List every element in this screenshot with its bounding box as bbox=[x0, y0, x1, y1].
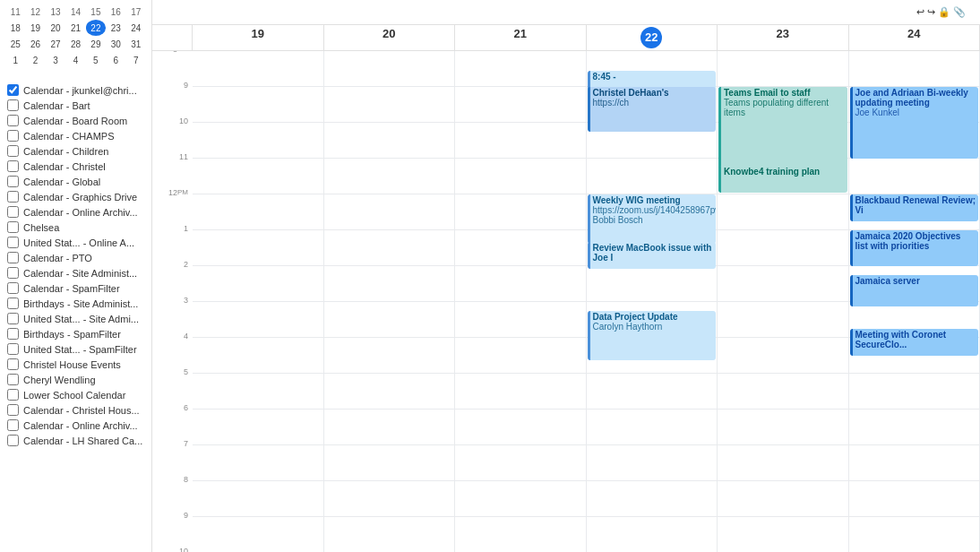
hour-cell[interactable] bbox=[193, 87, 323, 123]
calendar-event[interactable]: Meeting with Coronet SecureClo... bbox=[850, 329, 979, 356]
calendar-checkbox[interactable] bbox=[7, 160, 19, 172]
hour-cell[interactable] bbox=[587, 517, 718, 552]
calendar-item[interactable]: Cheryl Wendling bbox=[0, 372, 151, 387]
hour-cell[interactable] bbox=[718, 338, 848, 374]
calendar-event[interactable]: Review MacBook issue with Joe I bbox=[588, 242, 717, 269]
hour-cell[interactable] bbox=[718, 481, 848, 517]
hour-cell[interactable] bbox=[587, 410, 718, 445]
calendar-item[interactable]: Calendar - Christel Hous... bbox=[0, 402, 151, 418]
calendar-event[interactable]: Data Project UpdateCarolyn Haythorn bbox=[588, 311, 717, 360]
hour-cell[interactable] bbox=[324, 302, 455, 338]
hour-cell[interactable] bbox=[193, 230, 323, 266]
calendar-item[interactable]: Christel House Events bbox=[0, 357, 151, 372]
time-grid-scroll[interactable]: 8AM9101112PM12345678910 8:45 -Christel D… bbox=[152, 51, 980, 552]
calendar-event[interactable]: Christel DeHaan'shttps://ch bbox=[588, 87, 717, 132]
forward-icon[interactable]: ↪ bbox=[927, 6, 935, 18]
hour-cell[interactable] bbox=[324, 481, 455, 517]
calendar-checkbox[interactable] bbox=[7, 115, 19, 126]
hour-cell[interactable] bbox=[193, 51, 323, 87]
mini-cal-day[interactable]: 3 bbox=[46, 52, 65, 68]
calendar-checkbox[interactable] bbox=[7, 343, 19, 355]
calendar-event[interactable]: Joe and Adriaan Bi-weekly updating meeti… bbox=[850, 87, 979, 159]
hour-cell[interactable] bbox=[849, 159, 980, 194]
calendar-event[interactable]: Blackbaud Renewal Review; Vi bbox=[850, 194, 979, 221]
hour-cell[interactable] bbox=[324, 123, 455, 159]
hour-cell[interactable] bbox=[455, 517, 586, 552]
hour-cell[interactable] bbox=[455, 481, 586, 517]
hour-cell[interactable] bbox=[587, 159, 718, 194]
mini-cal-day[interactable]: 4 bbox=[65, 52, 85, 68]
calendar-item[interactable]: Calendar - Online Archiv... bbox=[0, 418, 151, 433]
calendar-checkbox[interactable] bbox=[7, 145, 19, 157]
hour-cell[interactable] bbox=[455, 230, 586, 266]
mini-cal-day[interactable]: 27 bbox=[46, 36, 65, 52]
mini-cal-day[interactable]: 2 bbox=[25, 52, 45, 68]
day-header-cell[interactable]: 21 bbox=[455, 25, 587, 50]
calendar-checkbox[interactable] bbox=[7, 252, 19, 263]
calendar-item[interactable]: Calendar - LH Shared Ca... bbox=[0, 433, 151, 448]
calendar-item[interactable]: Calendar - SpamFilter bbox=[0, 280, 151, 296]
calendar-checkbox[interactable] bbox=[7, 206, 19, 218]
calendar-checkbox[interactable] bbox=[7, 99, 19, 111]
hour-cell[interactable] bbox=[718, 410, 848, 445]
hour-cell[interactable] bbox=[324, 266, 455, 302]
hour-cell[interactable] bbox=[324, 230, 455, 266]
hour-cell[interactable] bbox=[455, 302, 586, 338]
hour-cell[interactable] bbox=[193, 302, 323, 338]
hour-cell[interactable] bbox=[324, 51, 455, 87]
hour-cell[interactable] bbox=[193, 445, 323, 481]
hour-cell[interactable] bbox=[455, 123, 586, 159]
calendar-event[interactable]: Jamaica 2020 Objectives list with priori… bbox=[850, 230, 979, 266]
calendar-event[interactable]: Jamaica server bbox=[850, 275, 979, 306]
hour-cell[interactable] bbox=[193, 338, 323, 374]
hour-cell[interactable] bbox=[718, 374, 848, 410]
hour-cell[interactable] bbox=[193, 123, 323, 159]
hour-cell[interactable] bbox=[718, 517, 848, 552]
hour-cell[interactable] bbox=[193, 159, 323, 194]
mini-cal-day[interactable]: 1 bbox=[5, 52, 25, 68]
hour-cell[interactable] bbox=[193, 410, 323, 445]
hour-cell[interactable] bbox=[849, 374, 980, 410]
mini-cal-day[interactable]: 25 bbox=[5, 36, 25, 52]
hour-cell[interactable] bbox=[193, 517, 323, 552]
hour-cell[interactable] bbox=[718, 51, 848, 87]
calendar-item[interactable]: Calendar - PTO bbox=[0, 250, 151, 265]
calendar-item[interactable]: Lower School Calendar bbox=[0, 387, 151, 402]
hour-cell[interactable] bbox=[455, 87, 586, 123]
hour-cell[interactable] bbox=[324, 87, 455, 123]
calendar-item[interactable]: Calendar - Christel bbox=[0, 159, 151, 174]
calendar-checkbox[interactable] bbox=[7, 404, 19, 416]
hour-cell[interactable] bbox=[849, 51, 980, 87]
mini-cal-day[interactable]: 21 bbox=[65, 20, 85, 36]
hour-cell[interactable] bbox=[193, 266, 323, 302]
mini-cal-day[interactable]: 7 bbox=[126, 52, 146, 68]
hour-cell[interactable] bbox=[324, 159, 455, 194]
hour-cell[interactable] bbox=[455, 445, 586, 481]
hour-cell[interactable] bbox=[849, 481, 980, 517]
mini-cal-day[interactable]: 18 bbox=[5, 20, 25, 36]
mini-cal-day[interactable]: 31 bbox=[126, 36, 146, 52]
hour-cell[interactable] bbox=[849, 410, 980, 445]
hour-cell[interactable] bbox=[718, 266, 848, 302]
calendar-checkbox[interactable] bbox=[7, 389, 19, 401]
mini-cal-day[interactable]: 24 bbox=[126, 20, 146, 36]
calendar-checkbox[interactable] bbox=[7, 313, 19, 324]
hour-cell[interactable] bbox=[718, 302, 848, 338]
hour-cell[interactable] bbox=[324, 445, 455, 481]
hour-cell[interactable] bbox=[849, 445, 980, 481]
hour-cell[interactable] bbox=[587, 266, 718, 302]
hour-cell[interactable] bbox=[324, 410, 455, 445]
hour-cell[interactable] bbox=[324, 194, 455, 230]
calendar-event[interactable]: Teams Email to staffTeams populating dif… bbox=[718, 87, 847, 172]
hour-cell[interactable] bbox=[455, 374, 586, 410]
hour-cell[interactable] bbox=[324, 517, 455, 552]
hour-cell[interactable] bbox=[587, 481, 718, 517]
mini-cal-day[interactable]: 6 bbox=[106, 52, 125, 68]
day-header-cell[interactable]: 19 bbox=[193, 25, 324, 50]
calendar-item[interactable]: Chelsea bbox=[0, 220, 151, 235]
hour-cell[interactable] bbox=[455, 51, 586, 87]
day-header-cell[interactable]: 22 bbox=[587, 25, 718, 50]
calendar-item[interactable]: Calendar - Site Administ... bbox=[0, 265, 151, 280]
hour-cell[interactable] bbox=[587, 374, 718, 410]
mini-cal-day[interactable]: 22 bbox=[86, 20, 106, 36]
